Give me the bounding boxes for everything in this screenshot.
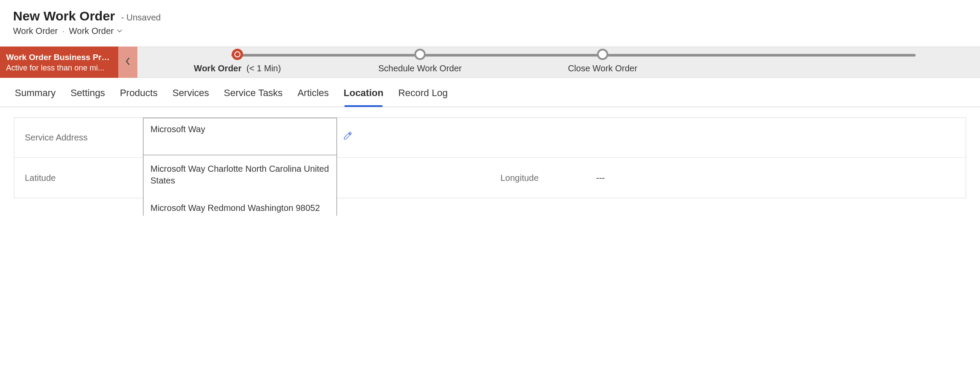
bpf-stage-label: Schedule Work Order [372, 63, 468, 73]
bpf-collapse-button[interactable] [118, 47, 137, 78]
tab-settings[interactable]: Settings [70, 87, 106, 107]
bpf-stage-work-order[interactable]: Work Order (< 1 Min) [190, 49, 285, 73]
bpf-node-active-icon [232, 49, 243, 60]
edit-address-button[interactable] [343, 131, 353, 143]
longitude-label: Longitude [500, 173, 596, 183]
bpf-stage-label: Work Order (< 1 Min) [190, 63, 285, 73]
tab-products[interactable]: Products [119, 87, 159, 107]
bpf-stage-close[interactable]: Close Work Order [555, 49, 650, 73]
service-address-input[interactable]: Microsoft Way [143, 118, 337, 155]
tab-service-tasks[interactable]: Service Tasks [223, 87, 283, 107]
form-header: New Work Order - Unsaved Work Order · Wo… [0, 0, 980, 40]
chevron-left-icon [124, 56, 131, 69]
location-section: Service Address Latitude Longitude --- [14, 117, 966, 198]
latitude-label: Latitude [25, 173, 138, 183]
address-suggestion[interactable]: Microsoft Way Charlotte North Carolina U… [143, 155, 337, 194]
page-title: New Work Order [13, 9, 115, 23]
breadcrumb-entity: Work Order [13, 26, 58, 36]
pencil-icon [343, 133, 353, 142]
title-unsaved-suffix: - Unsaved [121, 13, 161, 23]
bpf-duration: Active for less than one mi... [6, 63, 112, 73]
bpf-track: Work Order (< 1 Min) Schedule Work Order… [137, 47, 980, 78]
service-address-label: Service Address [25, 133, 138, 143]
tab-location[interactable]: Location [343, 87, 384, 107]
chevron-down-icon [117, 26, 123, 36]
bpf-stage-label: Close Work Order [555, 63, 650, 73]
bpf-node-icon [597, 49, 608, 60]
form-tabs: Summary Settings Products Services Servi… [0, 78, 980, 107]
business-process-flow: Work Order Business Pro... Active for le… [0, 47, 980, 78]
breadcrumb: Work Order · Work Order [13, 26, 966, 36]
service-address-input-value: Microsoft Way [150, 124, 205, 134]
tab-services[interactable]: Services [171, 87, 210, 107]
bpf-name-block[interactable]: Work Order Business Pro... Active for le… [0, 47, 118, 78]
tab-summary[interactable]: Summary [14, 87, 57, 107]
address-suggestions-dropdown: Microsoft Way Charlotte North Carolina U… [143, 155, 337, 216]
form-selector[interactable]: Work Order [69, 26, 123, 36]
bpf-node-icon [414, 49, 426, 60]
service-address-autocomplete: Microsoft Way Microsoft Way Charlotte No… [143, 118, 337, 216]
tab-articles[interactable]: Articles [297, 87, 330, 107]
bpf-stage-schedule[interactable]: Schedule Work Order [372, 49, 468, 73]
bpf-name: Work Order Business Pro... [6, 52, 112, 63]
address-suggestion[interactable]: Microsoft Way Redmond Washington 98052 U… [143, 194, 337, 216]
breadcrumb-separator: · [62, 26, 65, 36]
breadcrumb-form-name: Work Order [69, 26, 114, 36]
longitude-value[interactable]: --- [596, 173, 955, 183]
tab-record-log[interactable]: Record Log [397, 87, 449, 107]
